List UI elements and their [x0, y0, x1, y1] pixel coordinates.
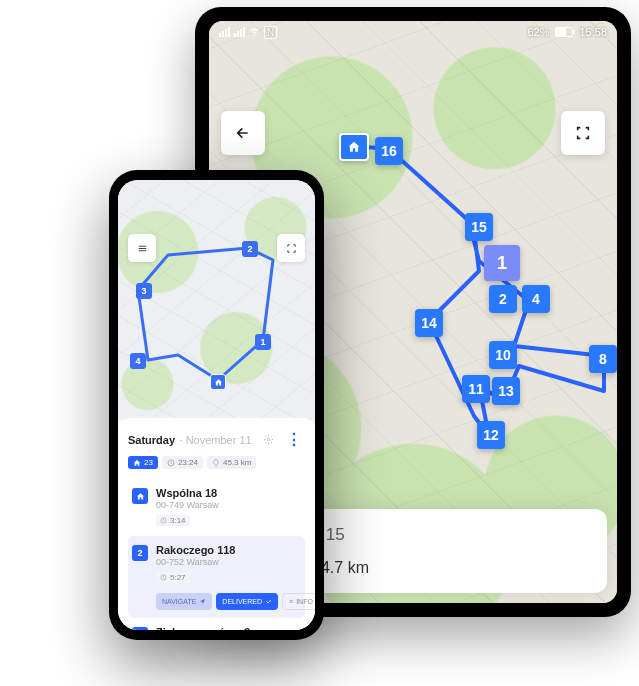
clock-icon	[167, 459, 175, 467]
settings-button[interactable]	[257, 428, 279, 450]
pin-icon	[212, 459, 220, 467]
wifi-icon	[249, 26, 260, 39]
stop-number: 2	[132, 545, 148, 561]
more-vertical-icon: ⋮	[286, 430, 302, 449]
stop-pin[interactable]: 3	[136, 283, 152, 299]
navigate-button[interactable]: NAVIGATE	[156, 593, 212, 610]
menu-button[interactable]	[128, 234, 156, 262]
stop-address: Zielone wzgórze 3	[156, 626, 301, 630]
nfc-icon: N	[264, 26, 277, 39]
clock: 15:58	[579, 26, 607, 38]
tablet-statusbar: N 62% 15:58	[209, 21, 617, 43]
stop-number: 3	[132, 627, 148, 630]
arrow-left-icon	[235, 125, 251, 141]
fullscreen-button[interactable]	[277, 234, 305, 262]
battery-pct: 62%	[527, 26, 549, 38]
stop-marker[interactable]: 11	[462, 375, 490, 403]
svg-point-1	[267, 438, 270, 441]
stops-count-badge: 23	[128, 456, 158, 469]
stop-marker[interactable]: 10	[489, 341, 517, 369]
fullscreen-icon	[575, 125, 591, 141]
info-button[interactable]: ≡ INFO	[282, 593, 315, 610]
more-button[interactable]: ⋮	[283, 428, 305, 450]
stop-marker[interactable]: 8	[589, 345, 617, 373]
delivered-button[interactable]: DELIVERED	[216, 593, 278, 610]
fullscreen-icon	[286, 243, 297, 254]
stop-pin-home[interactable]	[210, 374, 226, 390]
distance-badge: 45.3 km	[207, 456, 256, 469]
phone-screen: 1 2 3 4 Saturday · November 11 ⋮	[118, 180, 315, 630]
home-icon	[133, 459, 141, 467]
stop-pin[interactable]: 1	[255, 334, 271, 350]
stop-pin[interactable]: 4	[130, 353, 146, 369]
stop-marker[interactable]: 13	[492, 377, 520, 405]
home-icon	[136, 492, 145, 501]
stop-eta: 3:14	[156, 515, 190, 526]
stop-marker[interactable]: 2	[489, 285, 517, 313]
stop-marker-home[interactable]	[339, 133, 369, 161]
stop-marker[interactable]: 16	[375, 137, 403, 165]
home-icon	[214, 378, 223, 387]
stop-city: 00-749 Warsaw	[156, 500, 301, 510]
clock-icon	[160, 574, 167, 581]
phone-frame: 1 2 3 4 Saturday · November 11 ⋮	[109, 170, 324, 640]
stop-marker[interactable]: 12	[477, 421, 505, 449]
stop-list-item[interactable]: 3 Zielone wzgórze 3	[128, 618, 305, 630]
route-summary-badges: 23 23:24 45.3 km	[128, 456, 305, 469]
stop-marker[interactable]: 14	[415, 309, 443, 337]
stop-marker-current[interactable]: 1	[484, 245, 520, 281]
phone-bottom-sheet[interactable]: Saturday · November 11 ⋮ 23	[118, 418, 315, 630]
stop-address: Wspólna 18	[156, 487, 301, 499]
date-label: · November 11	[180, 434, 252, 446]
signal-icon-2	[234, 27, 245, 37]
stop-marker[interactable]: 4	[522, 285, 550, 313]
gear-icon	[263, 434, 274, 445]
day-label: Saturday	[128, 434, 175, 446]
stop-number	[132, 488, 148, 504]
stop-marker[interactable]: 15	[465, 213, 493, 241]
stop-list-item-active[interactable]: 2 Rakoczego 118 00-752 Warsaw 5:27 NAVIG…	[128, 536, 305, 618]
check-icon	[265, 598, 272, 605]
stop-eta: 5:27	[156, 572, 190, 583]
home-icon	[347, 140, 361, 154]
battery-icon	[555, 27, 573, 37]
menu-icon	[137, 243, 148, 254]
info-icon: ≡	[289, 598, 293, 605]
stop-address: Rakoczego 118	[156, 544, 301, 556]
navigation-icon	[199, 598, 206, 605]
signal-icon	[219, 27, 230, 37]
fullscreen-button[interactable]	[561, 111, 605, 155]
clock-icon	[160, 517, 167, 524]
back-button[interactable]	[221, 111, 265, 155]
stop-pin[interactable]: 2	[242, 241, 258, 257]
stop-city: 00-752 Warsaw	[156, 557, 301, 567]
stop-list-item[interactable]: Wspólna 18 00-749 Warsaw 3:14	[128, 479, 305, 536]
duration-badge: 23:24	[162, 456, 203, 469]
